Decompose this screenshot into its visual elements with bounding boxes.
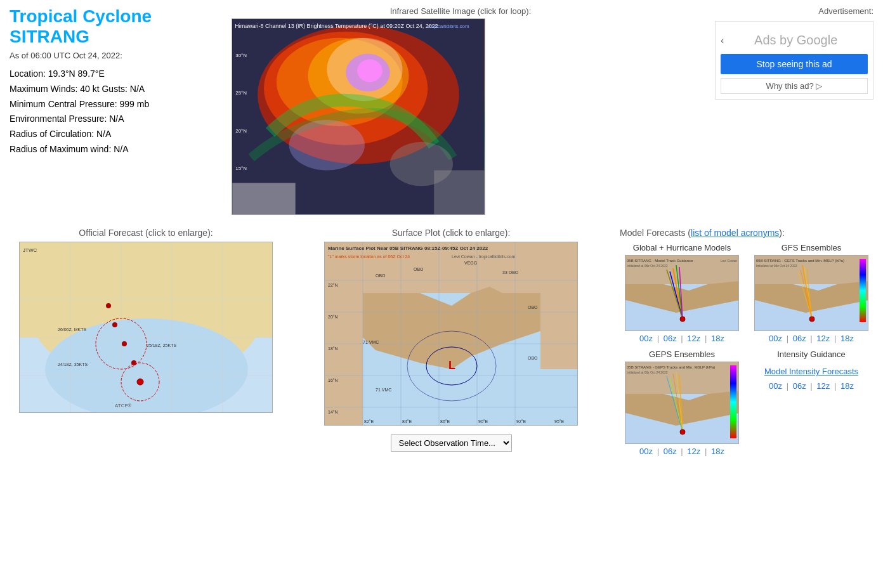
svg-text:71 VMC: 71 VMC	[363, 340, 379, 344]
model-intensity-link[interactable]: Model Intensity Forecasts	[749, 367, 873, 376]
gfs-ensembles-title: GFS Ensembles	[749, 243, 873, 252]
svg-text:25°N: 25°N	[235, 90, 247, 96]
svg-rect-11	[434, 170, 484, 214]
intensity-guidance-col: Intensity Guidance Model Intensity Forec…	[749, 350, 873, 456]
bottom-section: Official Forecast (click to enlarge):	[10, 228, 873, 456]
svg-rect-103	[860, 259, 866, 322]
svg-point-30	[137, 379, 143, 385]
svg-text:84°E: 84°E	[402, 419, 412, 424]
svg-text:OBO: OBO	[414, 267, 424, 271]
svg-text:20°N: 20°N	[235, 128, 247, 134]
svg-point-102	[809, 317, 814, 322]
gfs-06z-link[interactable]: 06z	[793, 334, 806, 343]
svg-text:30°N: 30°N	[235, 53, 247, 58]
geps-00z-link[interactable]: 00z	[639, 447, 653, 456]
stop-seeing-ad-button[interactable]: Stop seeing this ad	[721, 54, 868, 74]
intensity-06z-link[interactable]: 06z	[793, 381, 806, 391]
svg-point-7	[357, 60, 383, 82]
satellite-image[interactable]: Himawari-8 Channel 13 (IR) Brightness Te…	[232, 18, 485, 215]
storm-title: Tropical Cyclone SITRANG	[10, 6, 225, 47]
intensity-guidance-links: 00z | 06z | 12z | 18z	[749, 381, 873, 391]
svg-text:95°E: 95°E	[554, 419, 565, 424]
min-pressure: Minimum Central Pressure: 999 mb	[10, 97, 225, 112]
svg-text:71 VMC: 71 VMC	[376, 388, 391, 392]
model-row-1: Global + Hurricane Models	[620, 243, 873, 343]
global-hurricane-thumb[interactable]: 05B SITRANG - Model Track Guidance Initi…	[625, 255, 739, 331]
storm-date: As of 06:00 UTC Oct 24, 2022:	[10, 51, 225, 60]
svg-text:22°N: 22°N	[328, 283, 338, 287]
svg-text:92°E: 92°E	[516, 419, 527, 424]
svg-text:ATCF®: ATCF®	[115, 403, 131, 408]
svg-text:16°N: 16°N	[328, 378, 338, 382]
svg-text:15°N: 15°N	[235, 166, 247, 171]
geps-ensembles-thumb[interactable]: 05B SITRANG - GEPS Tracks and Min. MSLP …	[625, 362, 739, 444]
svg-text:05B SITRANG - GEFS Tracks and : 05B SITRANG - GEFS Tracks and Min. MSLP …	[756, 259, 844, 263]
gfs-ensembles-thumb[interactable]: 05B SITRANG - GEFS Tracks and Min. MSLP …	[754, 255, 868, 331]
surface-plot-map[interactable]: L OBO OBO VEGG 33 OBO OBO OBO 71 VMC 71 …	[324, 242, 578, 426]
svg-text:86°E: 86°E	[440, 419, 450, 424]
global-00z-link[interactable]: 00z	[639, 334, 653, 343]
svg-text:Levi Cowan: Levi Cowan	[721, 259, 737, 263]
gfs-12z-link[interactable]: 12z	[816, 334, 830, 343]
gfs-00z-link[interactable]: 00z	[769, 334, 782, 343]
gfs-18z-link[interactable]: 18z	[840, 334, 854, 343]
svg-text:OBO: OBO	[376, 273, 386, 278]
storm-details: Location: 19.3°N 89.7°E Maximum Winds: 4…	[10, 67, 225, 157]
svg-text:33 OBO: 33 OBO	[502, 270, 519, 275]
observation-time-select[interactable]: Select Observation Time...	[391, 434, 512, 452]
geps-12z-link[interactable]: 12z	[687, 447, 700, 456]
global-18z-link[interactable]: 18z	[711, 334, 724, 343]
geps-ensembles-title: GEPS Ensembles	[620, 350, 744, 359]
svg-text:JTWC: JTWC	[23, 247, 37, 253]
gfs-ensembles-links: 00z | 06z | 12z | 18z	[749, 334, 873, 343]
svg-rect-10	[232, 183, 295, 214]
location: Location: 19.3°N 89.7°E	[10, 67, 225, 82]
svg-text:14°N: 14°N	[328, 410, 338, 414]
svg-rect-45	[540, 242, 578, 369]
svg-text:18°N: 18°N	[328, 346, 338, 351]
svg-text:24/18Z, 35KTS: 24/18Z, 35KTS	[58, 362, 88, 367]
svg-text:05B SITRANG - Model Track Guid: 05B SITRANG - Model Track Guidance	[627, 259, 693, 263]
svg-text:Levi Cowan - tropicaltidibits.: Levi Cowan - tropicaltidibits.com	[452, 254, 516, 259]
gfs-ensembles-col: GFS Ensembles	[749, 243, 873, 343]
radius-circ: Radius of Circulation: N/A	[10, 127, 225, 142]
top-section: Tropical Cyclone SITRANG As of 06:00 UTC…	[10, 6, 873, 215]
svg-point-114	[680, 429, 685, 434]
global-12z-link[interactable]: 12z	[687, 334, 700, 343]
infrared-label: Infrared Satellite Image (click for loop…	[232, 6, 690, 16]
svg-rect-115	[730, 365, 736, 438]
svg-text:Marine Surface Plot Near 05B S: Marine Surface Plot Near 05B SITRANG 08:…	[328, 245, 488, 251]
ads-by-google-text: Ads by Google	[724, 29, 868, 51]
svg-text:tropicaltidibits.com: tropicaltidibits.com	[428, 23, 469, 29]
svg-text:Initialized at 06z Oct 24 2022: Initialized at 06z Oct 24 2022	[756, 264, 797, 268]
svg-point-34	[106, 303, 111, 308]
model-acronyms-link[interactable]: list of model acronyms	[691, 228, 779, 238]
svg-text:Initialized at 06z Oct 24 2022: Initialized at 06z Oct 24 2022	[627, 370, 668, 374]
model-forecasts-section: Model Forecasts (list of model acronyms)…	[620, 228, 873, 456]
svg-text:L: L	[448, 359, 455, 372]
global-hurricane-title: Global + Hurricane Models	[620, 243, 744, 252]
svg-text:Initialized at 06z Oct 24 2022: Initialized at 06z Oct 24 2022	[627, 264, 668, 268]
official-forecast-section: Official Forecast (click to enlarge):	[10, 228, 282, 456]
svg-text:"L" marks storm location as of: "L" marks storm location as of 06Z Oct 2…	[328, 254, 410, 259]
global-hurricane-links: 00z | 06z | 12z | 18z	[620, 334, 744, 343]
surface-plot-section: Surface Plot (click to enlarge):	[289, 228, 613, 456]
svg-text:OBO: OBO	[528, 356, 538, 360]
svg-point-33	[112, 322, 117, 327]
geps-ensembles-col: GEPS Ensembles	[620, 350, 744, 456]
geps-ensembles-links: 00z | 06z | 12z | 18z	[620, 447, 744, 456]
geps-18z-link[interactable]: 18z	[711, 447, 724, 456]
model-row-2: GEPS Ensembles	[620, 350, 873, 456]
svg-text:90°E: 90°E	[478, 419, 488, 424]
intensity-12z-link[interactable]: 12z	[816, 381, 830, 391]
advertisement-section: Advertisement: ‹ Ads by Google Stop seei…	[696, 6, 873, 215]
ad-box: ‹ Ads by Google Stop seeing this ad Why …	[715, 21, 873, 100]
intensity-18z-link[interactable]: 18z	[840, 381, 854, 391]
intensity-00z-link[interactable]: 00z	[769, 381, 782, 391]
geps-06z-link[interactable]: 06z	[664, 447, 677, 456]
model-forecasts-label: Model Forecasts (list of model acronyms)…	[620, 228, 873, 238]
why-this-ad[interactable]: Why this ad? ▷	[721, 78, 868, 94]
svg-text:26/06Z, MKTS: 26/06Z, MKTS	[58, 327, 86, 332]
official-forecast-map[interactable]: JTWC 25/18Z, 25KTS 26/06Z, MKTS 24/18Z, …	[19, 242, 273, 413]
global-06z-link[interactable]: 06z	[664, 334, 677, 343]
